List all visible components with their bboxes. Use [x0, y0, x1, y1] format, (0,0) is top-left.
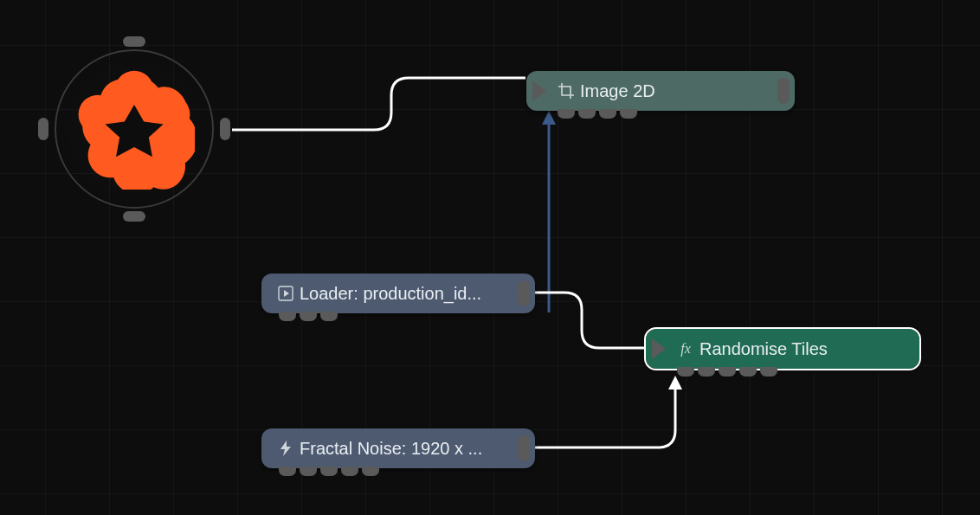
node-loader[interactable]: Loader: production_id... [261, 274, 535, 313]
node-label: Image 2D [580, 81, 655, 101]
crop-icon [558, 82, 575, 100]
svg-marker-11 [284, 290, 289, 297]
out-port[interactable] [518, 280, 530, 306]
bottom-ports[interactable] [558, 109, 637, 119]
svg-marker-12 [280, 441, 291, 456]
in-port[interactable] [649, 336, 670, 362]
node-label: Loader: production_id... [300, 284, 481, 304]
bottom-ports[interactable] [279, 467, 379, 476]
svg-marker-1 [668, 376, 682, 389]
out-port[interactable] [777, 78, 790, 104]
fx-icon: fx [677, 340, 694, 357]
bottom-ports[interactable] [677, 367, 777, 377]
node-randomise-tiles[interactable]: fx Randomise Tiles [646, 329, 919, 369]
port-right[interactable] [220, 118, 230, 140]
play-icon [277, 285, 294, 302]
svg-marker-0 [542, 111, 556, 125]
node-canvas[interactable]: Image 2D Loader: production_id... Fracta… [0, 0, 980, 515]
orange-star-icon [74, 68, 195, 190]
node-image-2d[interactable]: Image 2D [526, 71, 795, 111]
node-label: Randomise Tiles [700, 339, 828, 359]
bottom-ports[interactable] [279, 312, 338, 321]
port-bottom[interactable] [123, 211, 145, 222]
source-node[interactable] [35, 29, 234, 229]
node-fractal-noise[interactable]: Fractal Noise: 1920 x ... [261, 428, 535, 468]
svg-marker-9 [532, 80, 546, 101]
svg-marker-13 [652, 338, 666, 359]
node-label: Fractal Noise: 1920 x ... [300, 439, 482, 459]
port-top[interactable] [123, 36, 145, 47]
in-port[interactable] [530, 78, 551, 104]
port-left[interactable] [38, 118, 48, 140]
out-port[interactable] [518, 435, 530, 461]
bolt-icon [277, 440, 294, 457]
